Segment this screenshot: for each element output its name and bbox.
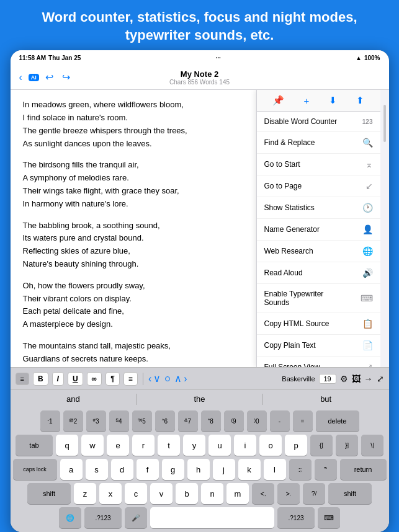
next-arrow-button[interactable]: › [184, 373, 187, 384]
ai-badge[interactable]: AI [29, 74, 39, 81]
down-arrow-button[interactable]: ∨ [153, 373, 161, 384]
key-slash[interactable]: ?/ [303, 483, 325, 504]
typewriter-icon: ⌨ [361, 293, 373, 303]
key-u[interactable]: u [208, 435, 231, 456]
key-equals[interactable]: = [293, 410, 313, 432]
gear-icon[interactable]: ⚙ [340, 374, 348, 384]
up-arrow-button[interactable]: ∧ [174, 373, 182, 384]
key-at[interactable]: @2 [63, 410, 83, 432]
key-minus[interactable]: ‑ [270, 410, 290, 432]
italic-button[interactable]: I [52, 372, 64, 386]
key-m[interactable]: m [226, 483, 249, 504]
key-p[interactable]: p [285, 435, 307, 456]
key-q[interactable]: q [56, 435, 78, 456]
menu-item-web-research[interactable]: Web Research 🌐 [257, 241, 380, 262]
key-k[interactable]: k [238, 459, 261, 480]
autocomplete-word-1[interactable]: and [11, 392, 137, 406]
key-a[interactable]: a [60, 459, 83, 480]
undo-button[interactable]: ↩ [43, 70, 56, 84]
image-icon[interactable]: 🖼 [352, 374, 361, 384]
share-icon[interactable]: ⬆ [356, 95, 364, 106]
num-left-key[interactable]: .?123 [84, 507, 122, 528]
key-colon[interactable]: :; [289, 459, 312, 480]
download-icon[interactable]: ⬇ [329, 95, 337, 106]
arrow-right-icon[interactable]: → [364, 374, 373, 384]
return-key[interactable]: return [340, 459, 387, 480]
paragraph-button[interactable]: ¶ [105, 372, 120, 386]
key-s[interactable]: s [86, 459, 108, 480]
key-b[interactable]: b [176, 483, 198, 504]
menu-item-statistics[interactable]: Show Statistics 🕐 [257, 197, 380, 219]
key-rbrace[interactable]: }] [336, 435, 358, 456]
globe-key[interactable]: 🌐 [59, 507, 81, 528]
mic-key[interactable]: 🎤 [125, 507, 147, 528]
align-button[interactable]: ≡ [123, 372, 138, 386]
key-percent[interactable]: %5 [132, 410, 152, 432]
key-caret[interactable]: ^6 [155, 410, 175, 432]
back-button[interactable]: ‹ [17, 71, 25, 84]
scrollbar-track[interactable] [380, 90, 389, 367]
shift-right-key[interactable]: shift [328, 483, 372, 504]
menu-item-typewriter[interactable]: Enable TypewriterSounds ⌨ [257, 284, 380, 313]
key-o[interactable]: o [259, 435, 282, 456]
menu-item-go-start[interactable]: Go to Start ⌅ [257, 154, 380, 175]
key-n[interactable]: n [201, 483, 223, 504]
key-lt[interactable]: <, [252, 483, 274, 504]
key-e[interactable]: e [107, 435, 129, 456]
menu-item-find-replace[interactable]: Find & Replace 🔍 [257, 132, 380, 154]
key-lbrace[interactable]: {[ [310, 435, 333, 456]
font-size-input[interactable] [319, 374, 336, 384]
key-h[interactable]: h [187, 459, 210, 480]
keyboard-icon[interactable]: ⌨ [318, 507, 340, 528]
key-rparen[interactable]: )0 [247, 410, 267, 432]
bold-button[interactable]: B [33, 372, 48, 386]
menu-item-full-screen[interactable]: Full Screen View ⤢ [257, 357, 380, 367]
key-w[interactable]: w [81, 435, 104, 456]
autocomplete-word-3[interactable]: but [263, 392, 389, 406]
link-button[interactable]: ∞ [87, 372, 102, 386]
key-dash[interactable]: ‑1 [40, 410, 60, 432]
key-l[interactable]: l [264, 459, 286, 480]
caps-lock-key[interactable]: caps lock [13, 459, 57, 480]
key-d[interactable]: d [111, 459, 133, 480]
key-gt[interactable]: >. [277, 483, 300, 504]
delete-key[interactable]: delete [316, 410, 359, 432]
key-star[interactable]: *8 [201, 410, 221, 432]
key-t[interactable]: t [158, 435, 180, 456]
prev-arrow-button[interactable]: ‹ [148, 373, 151, 384]
tab-key[interactable]: tab [16, 435, 53, 456]
key-hash[interactable]: #3 [86, 410, 106, 432]
redo-button[interactable]: ↪ [60, 70, 73, 84]
expand-icon[interactable]: ⤢ [377, 374, 384, 384]
menu-item-read-aloud[interactable]: Read Aloud 🔊 [257, 262, 380, 284]
key-quote[interactable]: "' [315, 459, 337, 480]
key-x[interactable]: x [99, 483, 122, 504]
list-toggle-button[interactable]: ≡ [16, 373, 29, 385]
num-right-key[interactable]: .?123 [277, 507, 315, 528]
menu-item-word-counter[interactable]: Disable Word Counter 123 [257, 112, 380, 132]
key-backslash[interactable]: \| [361, 435, 383, 456]
editor-area[interactable]: In meadows green, where wildflowers bloo… [11, 90, 256, 367]
key-v[interactable]: v [150, 483, 173, 504]
key-c[interactable]: c [125, 483, 147, 504]
key-r[interactable]: r [132, 435, 155, 456]
key-lparen[interactable]: (9 [224, 410, 244, 432]
key-amp[interactable]: &7 [178, 410, 198, 432]
menu-item-go-page[interactable]: Go to Page ↙ [257, 175, 380, 197]
key-j[interactable]: j [213, 459, 235, 480]
key-f[interactable]: f [137, 459, 159, 480]
key-y[interactable]: y [183, 435, 205, 456]
shift-left-key[interactable]: shift [27, 483, 71, 504]
autocomplete-word-2[interactable]: the [137, 392, 262, 406]
menu-item-name-gen[interactable]: Name Generator 👤 [257, 219, 380, 241]
underline-button[interactable]: U [68, 372, 83, 386]
menu-item-copy-html[interactable]: Copy HTML Source 📋 [257, 313, 380, 335]
menu-item-copy-plain[interactable]: Copy Plain Text 📄 [257, 335, 380, 357]
space-key[interactable] [150, 507, 274, 528]
key-z[interactable]: z [74, 483, 96, 504]
key-dollar[interactable]: $4 [109, 410, 129, 432]
pin-icon[interactable]: 📌 [272, 95, 284, 106]
plus-icon[interactable]: + [303, 95, 309, 106]
key-g[interactable]: g [162, 459, 184, 480]
key-i[interactable]: i [234, 435, 256, 456]
